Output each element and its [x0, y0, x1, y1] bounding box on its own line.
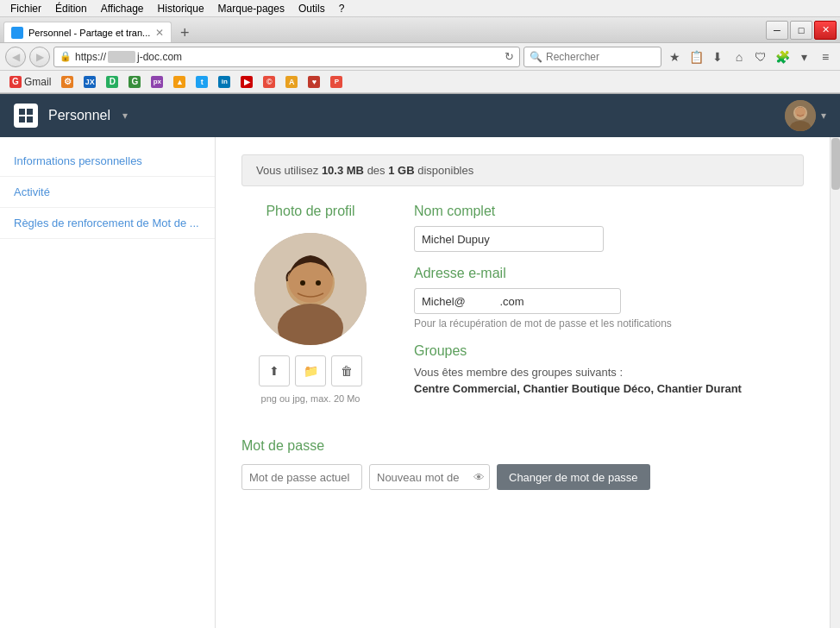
bookmark-2[interactable]: ⚙	[57, 74, 78, 90]
user-menu-chevron-icon[interactable]: ▾	[821, 110, 826, 122]
bookmark-13[interactable]: ♥	[304, 74, 324, 90]
address-input-wrap: 🔒 https://j-doc.com ↻	[53, 47, 520, 67]
name-input[interactable]	[414, 226, 604, 252]
maximize-button[interactable]: □	[790, 21, 812, 40]
app-title-chevron-icon[interactable]: ▾	[122, 110, 128, 122]
menu-marquepages[interactable]: Marque-pages	[211, 0, 291, 17]
bookmark-icon-6: px	[151, 76, 163, 88]
svg-point-13	[300, 280, 305, 286]
menu-outils[interactable]: Outils	[291, 0, 332, 17]
content-inner: Vous utilisez 10.3 MB des 1 GB disponibl…	[216, 137, 830, 628]
new-tab-button[interactable]: +	[175, 23, 194, 42]
bookmark-7[interactable]: ▲	[169, 74, 190, 90]
user-avatar[interactable]	[785, 100, 816, 131]
bookmark-11[interactable]: ©	[259, 74, 279, 90]
bookmark-icon-13: ♥	[308, 76, 320, 88]
forward-button[interactable]: ▶	[29, 47, 50, 67]
bookmark-8[interactable]: t	[191, 74, 212, 90]
bookmark-icon-11: ©	[263, 76, 275, 88]
browse-photo-button[interactable]: 📁	[295, 355, 326, 386]
password-section: Mot de passe 👁 Changer de mot de passe	[241, 430, 804, 490]
change-password-button[interactable]: Changer de mot de passe	[497, 464, 650, 490]
user-area: ▾	[785, 100, 826, 131]
bookmark-gmail-label: Gmail	[24, 76, 51, 88]
security-lock-icon: 🔒	[60, 51, 72, 62]
sidebar-item-regles[interactable]: Règles de renforcement de Mot de ...	[0, 208, 215, 239]
email-input[interactable]	[414, 288, 621, 314]
svg-rect-0	[19, 109, 25, 115]
bookmark-4[interactable]: D	[102, 74, 122, 90]
storage-text-pre: Vous utilisez	[256, 164, 322, 177]
back-button[interactable]: ◀	[5, 47, 26, 67]
tab-close-button[interactable]: ✕	[155, 27, 164, 39]
svg-rect-2	[19, 116, 25, 122]
sidebar-item-activite[interactable]: Activité	[0, 177, 215, 208]
storage-text-mid: des	[367, 164, 389, 177]
sidebar-item-informations[interactable]: Informations personnelles	[0, 146, 215, 177]
groups-title: Groupes	[414, 343, 804, 359]
search-input[interactable]	[546, 51, 655, 63]
current-password-input[interactable]	[241, 464, 362, 490]
bookmark-gmail[interactable]: G Gmail	[5, 74, 55, 90]
menu-help[interactable]: ?	[332, 0, 352, 17]
bookmark-icon-7: ▲	[173, 76, 185, 88]
close-button[interactable]: ✕	[814, 21, 837, 40]
menu-icon[interactable]: ≡	[816, 47, 835, 66]
menu-edition[interactable]: Édition	[48, 0, 94, 17]
window-controls: ─ □ ✕	[766, 21, 837, 40]
photo-section: Photo de profil	[241, 204, 379, 404]
active-tab[interactable]: Personnel - Partage et tran... ✕	[3, 22, 172, 42]
bookmark-icon-3: JX	[84, 76, 96, 88]
scrollbar-thumb[interactable]	[831, 138, 840, 190]
download-icon[interactable]: ⬇	[708, 47, 727, 66]
app-title: Personnel	[48, 108, 110, 123]
refresh-button[interactable]: ↻	[505, 50, 514, 63]
content-area: Vous utilisez 10.3 MB des 1 GB disponibl…	[216, 137, 830, 628]
tab-area: Personnel - Partage et tran... ✕ +	[3, 17, 766, 42]
profile-photo-svg	[254, 233, 367, 345]
bookmarks-star-icon[interactable]: ★	[665, 47, 684, 66]
profile-section: Photo de profil	[241, 204, 804, 404]
profile-photo	[254, 233, 367, 345]
minimize-button[interactable]: ─	[766, 21, 788, 40]
storage-total: 1 GB	[388, 164, 414, 177]
bookmark-12[interactable]: A	[281, 74, 302, 90]
delete-photo-button[interactable]: 🗑	[331, 355, 362, 386]
svg-point-14	[316, 280, 321, 286]
address-bar: ◀ ▶ 🔒 https://j-doc.com ↻ 🔍 ★ 📋 ⬇ ⌂ 🛡 🧩 …	[0, 43, 840, 71]
home-icon[interactable]: ⌂	[730, 47, 749, 66]
bookmark-5[interactable]: G	[124, 74, 145, 90]
show-password-icon[interactable]: 👁	[473, 471, 485, 484]
address-text: https://j-doc.com	[75, 51, 501, 63]
bookmark-icon-2: ⚙	[61, 76, 73, 88]
photo-section-title: Photo de profil	[266, 204, 354, 219]
upload-photo-button[interactable]: ⬆	[259, 355, 290, 386]
email-hint: Pour la récupération de mot de passe et …	[414, 317, 804, 330]
search-wrap: 🔍	[523, 47, 661, 67]
new-password-input[interactable]	[369, 464, 490, 490]
bookmark-14[interactable]: P	[326, 74, 347, 90]
reading-view-icon[interactable]: 📋	[686, 47, 705, 66]
bookmark-icon-4: D	[106, 76, 118, 88]
storage-used: 10.3 MB	[322, 164, 364, 177]
main-layout: Informations personnelles Activité Règle…	[0, 137, 840, 628]
bookmark-10[interactable]: ▶	[236, 74, 257, 90]
sidebar: Informations personnelles Activité Règle…	[0, 137, 216, 628]
menu-historique[interactable]: Historique	[151, 0, 211, 17]
title-bar: Personnel - Partage et tran... ✕ + ─ □ ✕	[0, 17, 840, 43]
bookmark-3[interactable]: JX	[79, 74, 100, 90]
extensions-icon[interactable]: 🧩	[773, 47, 792, 66]
bookmark-9[interactable]: in	[214, 74, 235, 90]
bookmark-icon-8: t	[196, 76, 208, 88]
photo-actions: ⬆ 📁 🗑	[259, 355, 362, 386]
more-tools-button[interactable]: ▾	[794, 47, 813, 66]
bookmark-icon-10: ▶	[241, 76, 253, 88]
menu-affichage[interactable]: Affichage	[94, 0, 151, 17]
shield-icon[interactable]: 🛡	[751, 47, 770, 66]
menu-fichier[interactable]: Fichier	[3, 0, 48, 17]
bookmark-icon-9: in	[218, 76, 230, 88]
menu-bar: Fichier Édition Affichage Historique Mar…	[0, 0, 840, 17]
tab-favicon	[11, 27, 23, 39]
bookmark-6[interactable]: px	[147, 74, 167, 90]
search-icon: 🔍	[530, 51, 542, 63]
